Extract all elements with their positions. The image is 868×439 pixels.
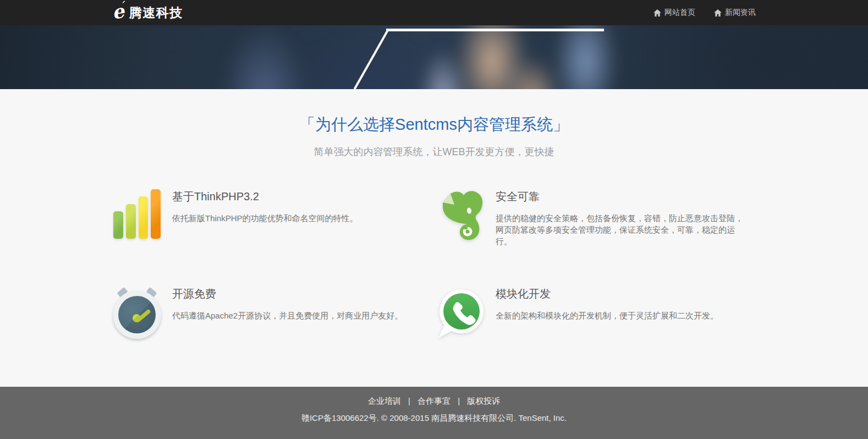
feature-modular: 模块化开发 全新的架构和模块化的开发机制，便于灵活扩展和二次开发。 <box>434 287 757 339</box>
page-footer: 企业培训 | 合作事宜 | 版权投诉 赣ICP备13006622号. © 200… <box>0 387 868 439</box>
feature-description: 依托新版ThinkPHP的功能优势和命名空间的特性。 <box>172 212 421 224</box>
logo-text: 腾速科技 <box>129 4 183 21</box>
feature-thinkphp: 基于ThinkPHP3.2 依托新版ThinkPHP的功能优势和命名空间的特性。 <box>111 189 434 247</box>
why-choose-section: 「为什么选择Sentcms内容管理系统」 简单强大的内容管理系统，让WEB开发更… <box>0 89 868 387</box>
nav-item-news[interactable]: 新闻资讯 <box>714 8 756 18</box>
top-navbar: e 腾速科技 网站首页 新闻资讯 <box>0 0 868 25</box>
hero-decor-horizontal-line <box>386 29 604 31</box>
home-icon <box>714 9 722 17</box>
home-icon <box>653 9 661 17</box>
hero-background-image <box>0 25 868 89</box>
stopwatch-icon <box>111 287 163 339</box>
main-nav: 网站首页 新闻资讯 <box>653 8 756 18</box>
hero-carousel <box>0 25 868 89</box>
feature-opensource: 开源免费 代码遵循Apache2开源协议，并且免费使用，对商业用户友好。 <box>111 287 434 339</box>
whatsapp-icon <box>434 287 487 339</box>
footer-links: 企业培训 | 合作事宜 | 版权投诉 <box>0 395 868 407</box>
feature-title: 开源免费 <box>172 287 421 300</box>
footer-link-cooperation[interactable]: 合作事宜 <box>417 396 451 405</box>
footer-separator: | <box>408 396 410 405</box>
footer-separator: | <box>458 396 460 405</box>
feature-grid: 基于ThinkPHP3.2 依托新版ThinkPHP的功能优势和命名空间的特性。… <box>111 189 757 339</box>
feature-description: 提供的稳健的安全策略，包括备份恢复，容错，防止恶意攻击登陆，网页防篡改等多项安全… <box>496 212 744 247</box>
elephant-icon <box>434 189 487 242</box>
footer-link-training[interactable]: 企业培训 <box>368 396 401 405</box>
feature-title: 模块化开发 <box>496 287 744 300</box>
brand-logo[interactable]: e 腾速科技 <box>112 3 183 22</box>
footer-link-copyright-complaint[interactable]: 版权投诉 <box>467 396 500 405</box>
feature-title: 基于ThinkPHP3.2 <box>172 190 421 203</box>
nav-item-label: 新闻资讯 <box>725 8 756 18</box>
nav-item-label: 网站首页 <box>664 8 695 18</box>
section-title: 「为什么选择Sentcms内容管理系统」 <box>0 113 868 135</box>
feature-description: 全新的架构和模块化的开发机制，便于灵活扩展和二次开发。 <box>496 310 744 321</box>
logo-e-icon: e <box>111 2 125 22</box>
nav-item-site-home[interactable]: 网站首页 <box>653 8 695 18</box>
section-subtitle: 简单强大的内容管理系统，让WEB开发更方便，更快捷 <box>0 145 868 159</box>
feature-title: 安全可靠 <box>496 190 744 203</box>
feature-description: 代码遵循Apache2开源协议，并且免费使用，对商业用户友好。 <box>172 310 421 321</box>
copyright-text: 赣ICP备13006622号. © 2008-2015 南昌腾速科技有限公司. … <box>0 412 868 424</box>
bar-chart-icon <box>111 189 163 242</box>
feature-security: 安全可靠 提供的稳健的安全策略，包括备份恢复，容错，防止恶意攻击登陆，网页防篡改… <box>434 189 757 247</box>
